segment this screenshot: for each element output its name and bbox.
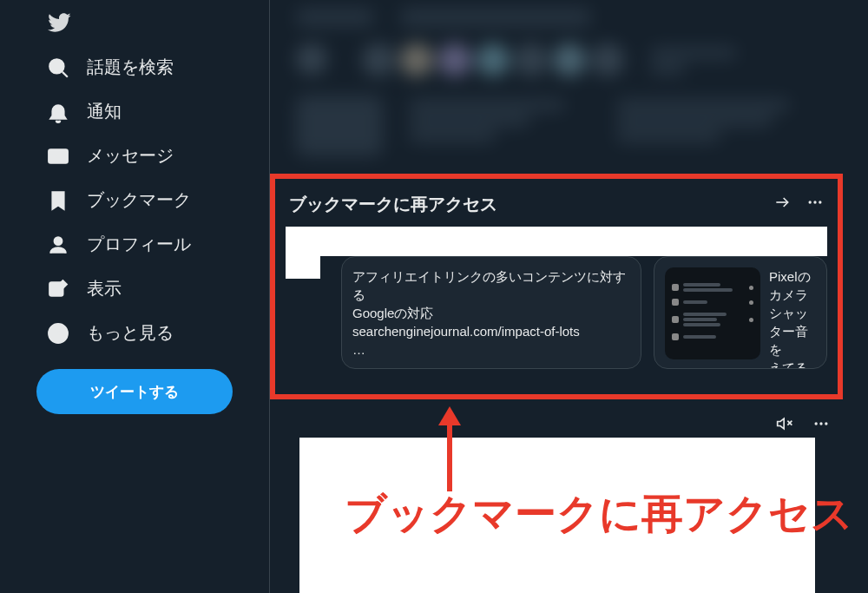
bell-icon (47, 101, 69, 123)
sidebar-item-label: 話題を検索 (87, 56, 174, 79)
bookmark-card[interactable]: Pixelのカメラ シャッター音を えてる（無効 (654, 256, 827, 369)
more-circle-icon (47, 322, 69, 345)
sidebar-item-label: プロフィール (87, 233, 191, 256)
edit-icon (47, 278, 69, 300)
sidebar-item-explore[interactable]: 話題を検索 (36, 45, 255, 89)
content-placeholder (299, 438, 815, 593)
svg-point-3 (55, 237, 62, 245)
bookmark-card-text: Pixelのカメラ シャッター音を えてる（無効 (769, 267, 816, 358)
sidebar-item-label: ブックマーク (87, 188, 191, 212)
main-content: ブックマークに再アクセス アフィリエイトリンクの多いコンテンツに対する Goog… (269, 0, 868, 593)
svg-point-11 (813, 201, 816, 203)
small-white-block (286, 256, 320, 279)
sidebar-item-notifications[interactable]: 通知 (36, 89, 255, 134)
highlight-box: ブックマークに再アクセス アフィリエイトリンクの多いコンテンツに対する Goog… (270, 174, 843, 399)
sidebar: 話題を検索 通知 メッセージ ブックマーク プロフィール 表示 (0, 0, 269, 593)
bookmark-widget-title: ブックマークに再アクセス (289, 193, 497, 216)
mute-icon[interactable] (776, 415, 793, 437)
sidebar-item-label: メッセージ (87, 144, 174, 168)
sidebar-item-bookmarks[interactable]: ブックマーク (36, 178, 255, 222)
sidebar-item-display[interactable]: 表示 (36, 267, 255, 311)
sidebar-item-label: もっと見る (87, 321, 174, 345)
sidebar-item-messages[interactable]: メッセージ (36, 134, 255, 178)
twitter-logo[interactable] (36, 3, 255, 45)
sidebar-item-more[interactable]: もっと見る (36, 311, 255, 355)
profile-icon (47, 234, 69, 256)
bookmark-card-text: アフィリエイトリンクの多いコンテンツに対する Googleの対応 searche… (352, 267, 630, 358)
blurred-timeline (270, 0, 868, 174)
svg-point-10 (809, 201, 812, 203)
sidebar-item-label: 通知 (87, 100, 122, 123)
sidebar-item-label: 表示 (87, 277, 122, 300)
svg-point-15 (815, 422, 818, 425)
bookmark-icon (47, 189, 69, 212)
bookmark-card-thumbnail (665, 267, 760, 359)
svg-point-6 (52, 332, 55, 334)
svg-point-8 (62, 332, 64, 334)
svg-point-7 (57, 332, 60, 334)
svg-point-16 (819, 422, 822, 425)
svg-point-17 (825, 422, 827, 425)
white-strip (286, 227, 827, 256)
sidebar-item-profile[interactable]: プロフィール (36, 222, 255, 267)
bookmark-card[interactable]: アフィリエイトリンクの多いコンテンツに対する Googleの対応 searche… (341, 256, 641, 369)
search-icon (47, 56, 69, 79)
svg-marker-19 (438, 406, 461, 425)
tweet-actions (776, 415, 830, 437)
envelope-icon (47, 145, 69, 168)
tweet-button[interactable]: ツイートする (36, 369, 233, 414)
svg-line-1 (62, 71, 68, 76)
more-icon[interactable] (812, 415, 830, 437)
arrow-right-icon[interactable] (773, 194, 791, 215)
svg-point-0 (49, 59, 63, 73)
bookmark-widget-header: ブックマークに再アクセス (286, 186, 827, 225)
svg-point-12 (819, 201, 821, 203)
more-icon[interactable] (806, 194, 824, 215)
